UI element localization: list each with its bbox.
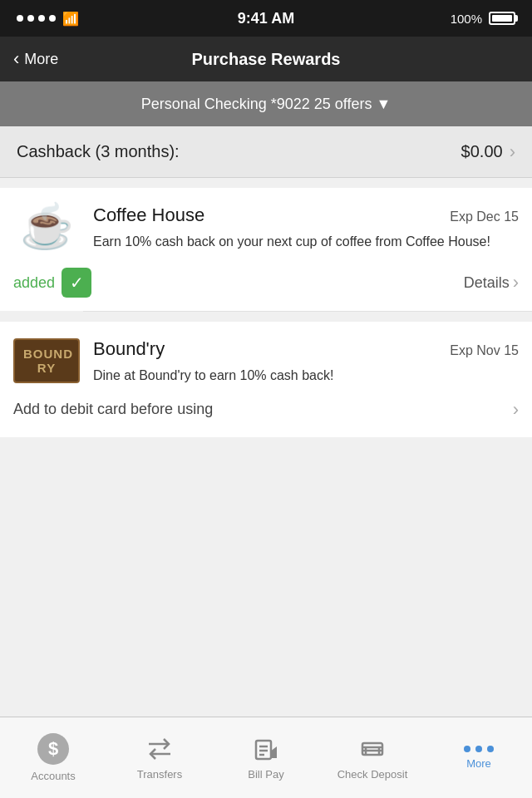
offer-header: ☕ Coffee House Exp Dec 15 Earn 10% cash … <box>13 204 519 251</box>
nav-back-button[interactable]: ‹ More <box>13 50 58 68</box>
account-name: Personal Checking *9022 25 offers ▼ <box>141 96 392 113</box>
offer-description: Earn 10% cash back on your next cup of c… <box>93 233 519 251</box>
back-chevron-icon: ‹ <box>13 50 19 68</box>
transfers-label: Transfers <box>137 768 182 781</box>
coffee-house-icon: ☕ <box>13 204 80 248</box>
coffee-cup-icon: ☕ <box>20 204 74 248</box>
status-bar: 📶 9:41 AM 100% <box>0 0 532 37</box>
back-label: More <box>24 51 58 68</box>
more-label: More <box>466 757 491 770</box>
offer-actions: added ✓ Details › <box>13 264 519 298</box>
cashback-row[interactable]: Cashback (3 months): $0.00 › <box>0 126 532 178</box>
nav-bar: ‹ More Purchase Rewards <box>0 37 532 81</box>
added-label: added <box>13 274 55 292</box>
details-chevron-icon: › <box>513 272 519 293</box>
offer-expiry: Exp Dec 15 <box>450 209 519 224</box>
coffee-house-offer: ☕ Coffee House Exp Dec 15 Earn 10% cash … <box>0 188 532 311</box>
boundry-icon: BOUND RY <box>13 338 80 383</box>
tab-bill-pay[interactable]: Bill Pay <box>213 717 319 798</box>
signal-dots <box>17 15 56 22</box>
tab-transfers[interactable]: Transfers <box>106 717 213 798</box>
add-debit-row[interactable]: Add to debit card before using › <box>13 386 519 424</box>
tab-bar: $ Accounts Transfers Bill Pay <box>0 717 532 798</box>
offer-info: Coffee House Exp Dec 15 Earn 10% cash ba… <box>93 204 519 251</box>
nav-title: Purchase Rewards <box>192 50 341 69</box>
boundry-offer: BOUND RY Bound'ry Exp Nov 15 Dine at Bou… <box>0 322 532 436</box>
wifi-icon: 📶 <box>62 11 79 27</box>
transfers-icon <box>145 735 174 763</box>
accounts-label: Accounts <box>31 770 75 782</box>
add-debit-chevron-icon: › <box>513 399 519 421</box>
details-button[interactable]: Details › <box>464 272 519 293</box>
battery-icon <box>489 12 515 25</box>
status-right: 100% <box>451 12 515 26</box>
cashback-label: Cashback (3 months): <box>17 142 180 161</box>
offer-expiry: Exp Nov 15 <box>450 343 519 358</box>
cashback-right: $0.00 › <box>461 141 515 163</box>
added-check-icon: ✓ <box>62 268 91 298</box>
battery-percentage: 100% <box>451 12 482 26</box>
added-status: added ✓ <box>13 268 91 298</box>
more-icon <box>464 746 494 752</box>
bill-pay-label: Bill Pay <box>248 768 283 781</box>
status-left: 📶 <box>17 11 79 27</box>
offer-name: Bound'ry <box>93 338 165 360</box>
offer-separator <box>83 311 532 312</box>
offer-header: BOUND RY Bound'ry Exp Nov 15 Dine at Bou… <box>13 338 519 385</box>
check-deposit-icon <box>358 735 387 763</box>
accounts-icon: $ <box>37 733 69 765</box>
offer-name: Coffee House <box>93 204 204 226</box>
tab-more[interactable]: More <box>426 717 532 798</box>
status-time: 9:41 AM <box>238 10 294 27</box>
boundry-logo: BOUND RY <box>13 338 80 383</box>
bill-pay-icon <box>252 735 280 763</box>
cashback-chevron-icon: › <box>510 141 515 163</box>
tab-accounts[interactable]: $ Accounts <box>0 717 106 798</box>
tab-check-deposit[interactable]: Check Deposit <box>319 717 426 798</box>
offer-description: Dine at Bound'ry to earn 10% cash back! <box>93 367 519 385</box>
add-debit-label: Add to debit card before using <box>13 401 213 418</box>
details-label: Details <box>464 274 510 292</box>
offer-info: Bound'ry Exp Nov 15 Dine at Bound'ry to … <box>93 338 519 385</box>
check-deposit-label: Check Deposit <box>337 768 408 781</box>
account-selector[interactable]: Personal Checking *9022 25 offers ▼ <box>0 81 532 126</box>
cashback-amount: $0.00 <box>461 142 503 161</box>
